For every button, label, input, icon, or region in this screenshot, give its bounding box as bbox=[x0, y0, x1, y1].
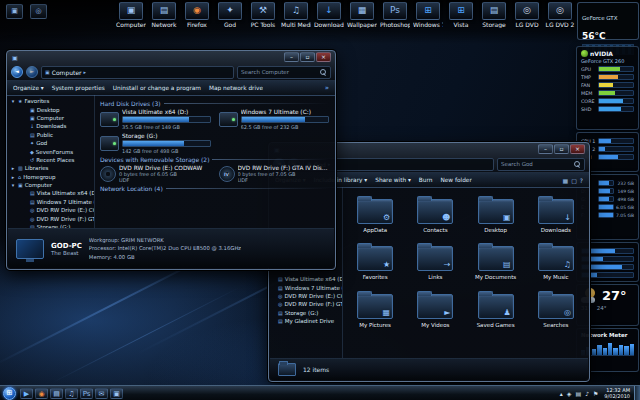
taskbar-app-explorer[interactable]: ▤ bbox=[50, 388, 63, 399]
dock-item-windows-7[interactable]: ⊞ Windows 7 bbox=[413, 2, 443, 28]
dock-item-god[interactable]: ✦ God bbox=[215, 2, 245, 28]
taskbar-app-firefox[interactable]: ◉ bbox=[35, 388, 48, 399]
section-header-network[interactable]: Network Location (4) bbox=[100, 185, 329, 192]
gpu-temp-widget[interactable]: GeForce GTX 56°C bbox=[577, 2, 639, 40]
desktop-shortcut-1[interactable]: ▣ bbox=[6, 4, 23, 19]
folder-item[interactable]: ▣ Desktop bbox=[466, 195, 526, 233]
nav-item[interactable]: ◎ DVD RW Drive (E:) CODWAW bbox=[270, 292, 342, 300]
expand-arrow-icon[interactable]: ▸ bbox=[10, 174, 16, 180]
dock-item-storage[interactable]: ▤ Storage bbox=[479, 2, 509, 28]
back-button[interactable]: ◄ bbox=[11, 66, 23, 78]
dock-item-lg-dvd-2[interactable]: ◎ LG DVD 2 bbox=[545, 2, 575, 28]
dock-item-lg-dvd[interactable]: ◎ LG DVD bbox=[512, 2, 542, 28]
tray-gadgets-icon[interactable]: ◈ bbox=[567, 390, 572, 397]
folder-item[interactable]: ♫ My Music bbox=[526, 242, 586, 280]
preview-pane-button[interactable]: ▢ bbox=[571, 177, 577, 184]
change-view-button[interactable]: ▦ bbox=[562, 177, 568, 184]
folder-item[interactable]: ★ Favorites bbox=[345, 242, 405, 280]
tray-network-icon[interactable]: ▤ bbox=[575, 390, 581, 397]
help-button[interactable]: ? bbox=[580, 177, 583, 184]
drive-tile[interactable]: Storage (G:) 142 GB free of 498 GB bbox=[100, 133, 211, 154]
window-system-icon[interactable]: ▣ bbox=[12, 54, 18, 61]
folder-item[interactable]: ► My Videos bbox=[405, 290, 465, 328]
close-button[interactable]: × bbox=[316, 52, 331, 62]
command-button[interactable]: Burn bbox=[419, 177, 433, 183]
folder-item[interactable]: ↓ Downloads bbox=[526, 195, 586, 233]
desktop-shortcut-2[interactable]: ◎ bbox=[30, 4, 47, 19]
command-button[interactable]: Map network drive bbox=[209, 85, 263, 91]
folder-item[interactable]: ▤ My Documents bbox=[466, 242, 526, 280]
nav-item[interactable]: ✦ God bbox=[8, 139, 94, 147]
drive-tile[interactable]: Vista Ultimate x64 (D:) 35.5 GB free of … bbox=[100, 109, 211, 130]
dock-item-computer[interactable]: ▣ Computer bbox=[116, 2, 146, 28]
expand-arrow-icon[interactable]: ▾ bbox=[10, 182, 16, 188]
nav-item[interactable]: ◎ DVD RW Drive (F:) GTA IV bbox=[8, 214, 94, 222]
dock-item-pc-tools[interactable]: ⚒ PC Tools bbox=[248, 2, 278, 28]
nav-item[interactable]: ◆ SevenForums bbox=[8, 147, 94, 155]
folder-item[interactable]: ▦ My Pictures bbox=[345, 290, 405, 328]
expand-arrow-icon[interactable]: ▸ bbox=[10, 165, 16, 171]
nav-item[interactable]: ◎ DVD RW Drive (E:) CODWAW bbox=[8, 206, 94, 214]
nvidia-gpu-gadget[interactable]: nVIDIA GeForce GTX 260 GPU TMP FAN bbox=[576, 46, 639, 130]
search-input[interactable] bbox=[241, 69, 320, 75]
minimize-button[interactable]: – bbox=[538, 144, 553, 154]
dock-item-network[interactable]: ▤ Network bbox=[149, 2, 179, 28]
command-button[interactable]: Organize ▾ bbox=[13, 85, 44, 91]
folder-item[interactable]: ⚙ AppData bbox=[345, 195, 405, 233]
dock-item-photoshop[interactable]: Ps Photoshop bbox=[380, 2, 410, 28]
folder-item[interactable]: ◎ Searches bbox=[526, 290, 586, 328]
drive-tile[interactable]: Windows 7 Ultimate (C:) 62.5 GB free of … bbox=[219, 109, 330, 130]
breadcrumb[interactable]: ▣ Computer ▸ bbox=[41, 66, 234, 79]
command-button[interactable]: System properties bbox=[52, 85, 105, 91]
nav-item[interactable]: ▤ Public bbox=[8, 131, 94, 139]
minimize-button[interactable]: – bbox=[284, 52, 299, 62]
expand-arrow-icon[interactable]: ▾ bbox=[10, 98, 16, 104]
tray-volume-icon[interactable]: ♪ bbox=[585, 390, 589, 397]
dvd-drive-tile[interactable]: DVD RW Drive (E:) CODWAW 0 bytes free of… bbox=[100, 165, 211, 183]
taskbar-clock[interactable]: 12:32 AM 9/02/2010 bbox=[604, 387, 630, 400]
dock-item-multi-media[interactable]: ♫ Multi Media bbox=[281, 2, 311, 28]
command-button[interactable]: Uninstall or change a program bbox=[113, 85, 201, 91]
dock-item-wallpapers[interactable]: ▦ Wallpapers bbox=[347, 2, 377, 28]
start-button[interactable]: ⊞ bbox=[3, 387, 16, 400]
nav-item[interactable]: ▾ ★ Favorites bbox=[8, 97, 94, 105]
section-header-hdd[interactable]: Hard Disk Drives (3) bbox=[100, 100, 329, 107]
taskbar-app-music[interactable]: ♫ bbox=[65, 388, 78, 399]
taskbar-app-media-player[interactable]: ▶ bbox=[20, 388, 33, 399]
folder-item[interactable]: → Links bbox=[405, 242, 465, 280]
section-header-removable[interactable]: Devices with Removable Storage (2) bbox=[100, 156, 329, 163]
dock-item-vista[interactable]: ⊞ Vista bbox=[446, 2, 476, 28]
folder-item[interactable]: ☻ Contacts bbox=[405, 195, 465, 233]
nav-item[interactable]: ▤ Windows 7 Ultimate (C:) bbox=[8, 198, 94, 206]
nav-item[interactable]: ▤ Vista Ultimate x64 (D:) bbox=[270, 275, 342, 283]
search-input[interactable] bbox=[501, 161, 574, 167]
nav-item[interactable]: ▾ ▣ Computer bbox=[8, 181, 94, 189]
taskbar-app-documents[interactable]: ▣ bbox=[110, 388, 123, 399]
taskbar-app-photoshop[interactable]: Ps bbox=[80, 388, 93, 399]
nav-item[interactable]: ▣ Computer bbox=[8, 114, 94, 122]
command-button[interactable]: New folder bbox=[440, 177, 471, 183]
nav-item[interactable]: ▤ Windows 7 Ultimate (C:) bbox=[270, 283, 342, 291]
maximize-button[interactable]: ▫ bbox=[300, 52, 315, 62]
nav-item[interactable]: ↓ Downloads bbox=[8, 122, 94, 130]
nav-item[interactable]: ▣ Desktop bbox=[8, 105, 94, 113]
nav-item[interactable]: ▤ My Gladinet Drive bbox=[270, 317, 342, 325]
nav-item[interactable]: ▸ ▥ Libraries bbox=[8, 164, 94, 172]
nav-item[interactable]: ▤ Vista Ultimate x64 (D:) bbox=[8, 189, 94, 197]
nav-item[interactable]: ▤ Storage (G:) bbox=[270, 309, 342, 317]
command-button[interactable]: Share with ▾ bbox=[375, 177, 411, 183]
toolbar-overflow-chevron[interactable]: » bbox=[325, 84, 329, 92]
forward-button[interactable]: ► bbox=[26, 66, 38, 78]
nav-item[interactable]: ▸ ⌂ Homegroup bbox=[8, 173, 94, 181]
maximize-button[interactable]: ▫ bbox=[554, 144, 569, 154]
nav-item[interactable]: ↺ Recent Places bbox=[8, 156, 94, 164]
tray-action-center-icon[interactable]: ⚑ bbox=[593, 390, 598, 397]
dock-item-downloads[interactable]: ↓ Downloads bbox=[314, 2, 344, 28]
dock-item-firefox[interactable]: ◉ Firefox bbox=[182, 2, 212, 28]
window-titlebar[interactable]: ▣ – ▫ × bbox=[7, 51, 335, 64]
nav-item[interactable]: ◎ DVD RW Drive (F:) GTA IV bbox=[270, 300, 342, 308]
taskbar-app-mail[interactable]: ✉ bbox=[95, 388, 108, 399]
tray-hidden-icons-chevron[interactable]: ▴ bbox=[560, 390, 563, 397]
dvd-drive-tile[interactable]: IV DVD RW Drive (F:) GTA IV Disc 1 0 byt… bbox=[219, 165, 330, 183]
folder-item[interactable]: ♟ Saved Games bbox=[466, 290, 526, 328]
